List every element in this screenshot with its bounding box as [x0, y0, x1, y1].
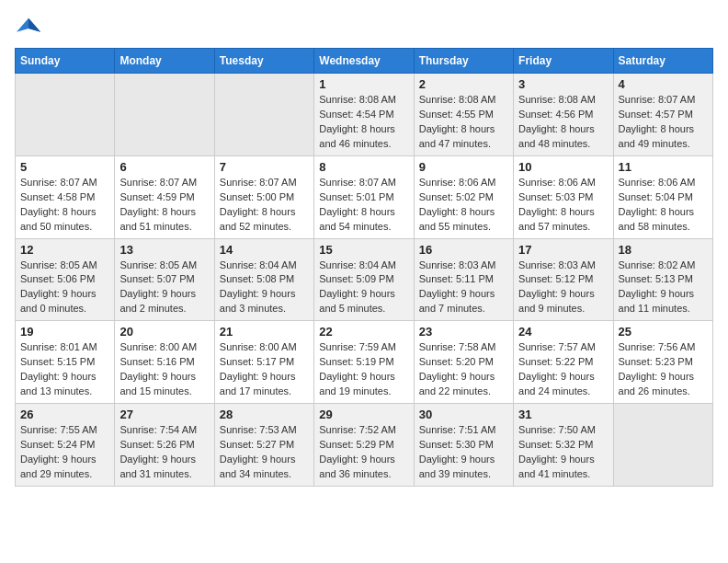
day-info: Sunrise: 8:03 AM Sunset: 5:12 PM Dayligh…	[518, 259, 608, 317]
calendar-day-cell: 6Sunrise: 8:07 AM Sunset: 4:59 PM Daylig…	[115, 155, 214, 238]
day-number: 2	[419, 77, 508, 91]
svg-marker-1	[28, 18, 40, 32]
day-info: Sunrise: 8:01 AM Sunset: 5:15 PM Dayligh…	[20, 340, 109, 399]
calendar-day-cell: 20Sunrise: 8:00 AM Sunset: 5:16 PM Dayli…	[115, 321, 214, 404]
calendar-day-cell	[115, 74, 214, 156]
day-info: Sunrise: 8:06 AM Sunset: 5:03 PM Dayligh…	[518, 176, 608, 235]
calendar-day-cell: 30Sunrise: 7:51 AM Sunset: 5:30 PM Dayli…	[414, 404, 513, 487]
day-number: 6	[119, 160, 209, 174]
day-info: Sunrise: 8:07 AM Sunset: 4:59 PM Dayligh…	[119, 176, 209, 235]
day-info: Sunrise: 8:07 AM Sunset: 5:00 PM Dayligh…	[220, 176, 309, 235]
day-number: 18	[619, 243, 708, 257]
day-number: 29	[319, 408, 408, 421]
day-info: Sunrise: 7:53 AM Sunset: 5:27 PM Dayligh…	[220, 423, 309, 482]
day-number: 26	[20, 408, 109, 421]
day-info: Sunrise: 8:04 AM Sunset: 5:09 PM Dayligh…	[319, 259, 408, 317]
weekday-header: Monday	[115, 49, 214, 74]
calendar-day-cell: 31Sunrise: 7:50 AM Sunset: 5:32 PM Dayli…	[514, 404, 613, 487]
day-info: Sunrise: 7:51 AM Sunset: 5:30 PM Dayligh…	[419, 423, 508, 482]
day-info: Sunrise: 8:00 AM Sunset: 5:16 PM Dayligh…	[119, 340, 209, 399]
day-number: 23	[419, 325, 508, 339]
day-info: Sunrise: 8:04 AM Sunset: 5:08 PM Dayligh…	[220, 259, 309, 317]
day-info: Sunrise: 8:07 AM Sunset: 4:58 PM Dayligh…	[20, 176, 109, 235]
day-number: 10	[518, 160, 608, 174]
page-header	[15, 15, 713, 37]
weekday-header: Thursday	[414, 49, 513, 74]
calendar-day-cell: 7Sunrise: 8:07 AM Sunset: 5:00 PM Daylig…	[214, 155, 313, 238]
day-info: Sunrise: 8:02 AM Sunset: 5:13 PM Dayligh…	[619, 259, 708, 317]
day-number: 1	[319, 77, 408, 91]
calendar-day-cell	[16, 74, 115, 156]
day-info: Sunrise: 7:57 AM Sunset: 5:22 PM Dayligh…	[518, 340, 608, 399]
day-info: Sunrise: 8:00 AM Sunset: 5:17 PM Dayligh…	[220, 340, 309, 399]
day-number: 28	[220, 408, 309, 421]
weekday-header: Friday	[514, 49, 613, 74]
calendar-header-row: SundayMondayTuesdayWednesdayThursdayFrid…	[16, 49, 713, 74]
day-number: 22	[319, 325, 408, 339]
calendar-day-cell: 24Sunrise: 7:57 AM Sunset: 5:22 PM Dayli…	[514, 321, 613, 404]
calendar-day-cell: 29Sunrise: 7:52 AM Sunset: 5:29 PM Dayli…	[314, 404, 414, 487]
day-info: Sunrise: 7:54 AM Sunset: 5:26 PM Dayligh…	[119, 423, 209, 482]
calendar-day-cell: 1Sunrise: 8:08 AM Sunset: 4:54 PM Daylig…	[314, 74, 414, 156]
day-info: Sunrise: 8:08 AM Sunset: 4:55 PM Dayligh…	[419, 93, 508, 152]
calendar-week-row: 19Sunrise: 8:01 AM Sunset: 5:15 PM Dayli…	[16, 321, 713, 404]
day-info: Sunrise: 7:58 AM Sunset: 5:20 PM Dayligh…	[419, 340, 508, 399]
calendar-day-cell: 3Sunrise: 8:08 AM Sunset: 4:56 PM Daylig…	[514, 74, 613, 156]
calendar-day-cell	[613, 404, 712, 487]
day-number: 3	[518, 77, 608, 91]
day-number: 17	[518, 243, 608, 257]
calendar-day-cell: 5Sunrise: 8:07 AM Sunset: 4:58 PM Daylig…	[16, 155, 115, 238]
day-number: 31	[518, 408, 608, 421]
day-info: Sunrise: 8:08 AM Sunset: 4:54 PM Dayligh…	[319, 93, 408, 152]
day-info: Sunrise: 8:05 AM Sunset: 5:07 PM Dayligh…	[119, 259, 209, 317]
day-number: 27	[119, 408, 209, 421]
calendar-day-cell	[214, 74, 313, 156]
calendar-day-cell: 23Sunrise: 7:58 AM Sunset: 5:20 PM Dayli…	[414, 321, 513, 404]
day-info: Sunrise: 8:07 AM Sunset: 5:01 PM Dayligh…	[319, 176, 408, 235]
day-info: Sunrise: 8:05 AM Sunset: 5:06 PM Dayligh…	[20, 259, 109, 317]
day-info: Sunrise: 7:55 AM Sunset: 5:24 PM Dayligh…	[20, 423, 109, 482]
calendar-week-row: 12Sunrise: 8:05 AM Sunset: 5:06 PM Dayli…	[16, 238, 713, 321]
day-info: Sunrise: 8:03 AM Sunset: 5:11 PM Dayligh…	[419, 259, 508, 317]
calendar-day-cell: 26Sunrise: 7:55 AM Sunset: 5:24 PM Dayli…	[16, 404, 115, 487]
weekday-header: Tuesday	[214, 49, 313, 74]
day-number: 11	[619, 160, 708, 174]
day-info: Sunrise: 7:52 AM Sunset: 5:29 PM Dayligh…	[319, 423, 408, 482]
day-number: 19	[20, 325, 109, 339]
day-info: Sunrise: 8:06 AM Sunset: 5:04 PM Dayligh…	[619, 176, 708, 235]
day-number: 16	[419, 243, 508, 257]
day-info: Sunrise: 8:08 AM Sunset: 4:56 PM Dayligh…	[518, 93, 608, 152]
calendar-week-row: 26Sunrise: 7:55 AM Sunset: 5:24 PM Dayli…	[16, 404, 713, 487]
day-info: Sunrise: 7:56 AM Sunset: 5:23 PM Dayligh…	[619, 340, 708, 399]
day-info: Sunrise: 7:59 AM Sunset: 5:19 PM Dayligh…	[319, 340, 408, 399]
day-number: 25	[619, 325, 708, 339]
day-info: Sunrise: 7:50 AM Sunset: 5:32 PM Dayligh…	[518, 423, 608, 482]
day-number: 20	[119, 325, 209, 339]
calendar-day-cell: 4Sunrise: 8:07 AM Sunset: 4:57 PM Daylig…	[613, 74, 712, 156]
calendar-day-cell: 14Sunrise: 8:04 AM Sunset: 5:08 PM Dayli…	[214, 238, 313, 321]
day-number: 8	[319, 160, 408, 174]
calendar-day-cell: 28Sunrise: 7:53 AM Sunset: 5:27 PM Dayli…	[214, 404, 313, 487]
calendar-day-cell: 13Sunrise: 8:05 AM Sunset: 5:07 PM Dayli…	[115, 238, 214, 321]
day-number: 9	[419, 160, 508, 174]
day-number: 14	[220, 243, 309, 257]
calendar-table: SundayMondayTuesdayWednesdayThursdayFrid…	[15, 48, 713, 487]
weekday-header: Wednesday	[314, 49, 414, 74]
calendar-day-cell: 21Sunrise: 8:00 AM Sunset: 5:17 PM Dayli…	[214, 321, 313, 404]
weekday-header: Sunday	[16, 49, 115, 74]
day-number: 24	[518, 325, 608, 339]
weekday-header: Saturday	[613, 49, 712, 74]
calendar-day-cell: 15Sunrise: 8:04 AM Sunset: 5:09 PM Dayli…	[314, 238, 414, 321]
logo	[15, 15, 42, 37]
calendar-day-cell: 16Sunrise: 8:03 AM Sunset: 5:11 PM Dayli…	[414, 238, 513, 321]
day-number: 4	[619, 77, 708, 91]
day-number: 12	[20, 243, 109, 257]
day-info: Sunrise: 8:07 AM Sunset: 4:57 PM Dayligh…	[619, 93, 708, 152]
day-number: 15	[319, 243, 408, 257]
calendar-day-cell: 19Sunrise: 8:01 AM Sunset: 5:15 PM Dayli…	[16, 321, 115, 404]
calendar-day-cell: 10Sunrise: 8:06 AM Sunset: 5:03 PM Dayli…	[514, 155, 613, 238]
logo-icon	[17, 15, 42, 40]
calendar-week-row: 1Sunrise: 8:08 AM Sunset: 4:54 PM Daylig…	[16, 74, 713, 156]
day-info: Sunrise: 8:06 AM Sunset: 5:02 PM Dayligh…	[419, 176, 508, 235]
calendar-day-cell: 17Sunrise: 8:03 AM Sunset: 5:12 PM Dayli…	[514, 238, 613, 321]
